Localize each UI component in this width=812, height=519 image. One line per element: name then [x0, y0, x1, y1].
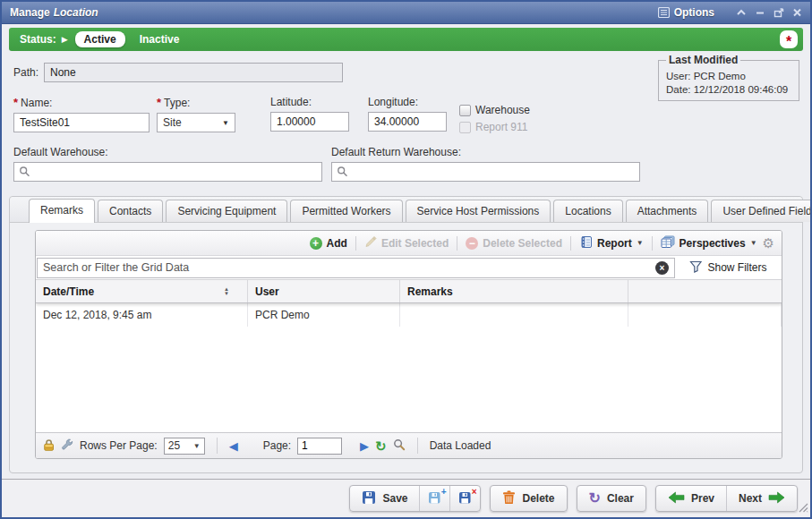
save-and-new-button[interactable]: + [419, 486, 449, 511]
search-icon [19, 166, 30, 180]
required-icon: * [13, 96, 18, 109]
type-select-value: Site [163, 116, 222, 129]
tab-user-defined-fields[interactable]: User Defined Fields [711, 200, 812, 222]
column-header-user[interactable]: User [248, 280, 400, 302]
remove-icon: − [466, 237, 478, 250]
page-input[interactable] [297, 438, 342, 455]
options-list-icon [658, 7, 670, 18]
clear-search-button[interactable]: × [655, 261, 669, 275]
search-columns-icon[interactable] [393, 438, 406, 454]
wrench-icon[interactable] [61, 438, 73, 454]
grid-toolbar: + Add Edit Selected − Delete Selected [36, 231, 782, 256]
tab-strip: Remarks Contacts Servicing Equipment Per… [10, 197, 802, 223]
save-floppy-icon [362, 490, 376, 507]
path-field[interactable] [44, 63, 343, 82]
chevron-down-icon: ▼ [193, 442, 201, 450]
default-return-warehouse-field[interactable] [331, 162, 640, 182]
show-filters-label: Show Filters [707, 261, 766, 274]
clear-button-group: ↻ Clear [577, 485, 646, 512]
filter-funnel-icon [689, 260, 703, 276]
rows-per-page-select[interactable]: 25 ▼ [164, 438, 205, 455]
cell-datetime: Dec 12, 2018, 9:45 am [36, 303, 248, 327]
default-warehouse-field[interactable] [13, 162, 322, 182]
page-label: Page: [263, 439, 291, 452]
latitude-field[interactable] [270, 112, 349, 132]
clear-button[interactable]: ↻ Clear [577, 486, 645, 511]
column-header-remarks[interactable]: Remarks [400, 280, 628, 302]
prev-page-button[interactable]: ◀ [229, 439, 238, 453]
tab-remarks[interactable]: Remarks [29, 199, 95, 223]
tab-service-host-permissions[interactable]: Service Host Permissions [406, 200, 551, 222]
last-modified-panel: Last Modified User: PCR Demo Date: 12/12… [658, 54, 799, 101]
longitude-label: Longitude: [368, 96, 447, 108]
edit-selected-button: Edit Selected [364, 235, 449, 251]
close-icon: × [660, 263, 665, 273]
status-inactive-button[interactable]: Inactive [140, 33, 180, 46]
collapse-icon[interactable] [736, 8, 747, 17]
resize-handle[interactable] [799, 503, 808, 515]
popout-icon[interactable] [774, 8, 784, 18]
lock-icon[interactable] [43, 438, 55, 454]
last-modified-user: User: PCR Demo [666, 71, 791, 81]
save-and-close-button[interactable]: × [449, 486, 480, 511]
chevron-down-icon: ▼ [750, 239, 757, 247]
plus-badge-icon: + [441, 489, 447, 496]
save-button[interactable]: Save [350, 486, 419, 511]
grid-header-row: Date/Time ▲▼ User Remarks [36, 280, 782, 303]
report-book-icon [579, 235, 593, 251]
close-icon[interactable] [792, 8, 802, 17]
tab-locations[interactable]: Locations [553, 200, 622, 222]
table-row[interactable]: Dec 12, 2018, 9:45 am PCR Demo [36, 303, 782, 327]
perspectives-button[interactable]: Perspectives ▼ [661, 235, 757, 251]
next-button[interactable]: Next [726, 486, 797, 511]
tab-servicing-equipment[interactable]: Servicing Equipment [166, 200, 287, 222]
options-button[interactable]: Options [658, 6, 714, 19]
longitude-field[interactable] [368, 112, 447, 132]
asterisk-icon: * [786, 38, 791, 47]
report-911-label: Report 911 [475, 121, 527, 133]
status-active-button[interactable]: Active [75, 31, 125, 47]
name-field[interactable] [13, 113, 150, 132]
required-icon: * [157, 96, 161, 109]
refresh-icon[interactable]: ↻ [375, 439, 387, 453]
tab-contacts[interactable]: Contacts [98, 200, 163, 222]
toolbar-separator [355, 236, 356, 251]
warehouse-checkbox[interactable] [459, 105, 471, 116]
report-911-checkbox-row: Report 911 [459, 121, 530, 133]
search-icon [337, 166, 348, 180]
pager-separator [217, 438, 218, 454]
options-label: Options [674, 6, 714, 19]
x-badge-icon: × [472, 489, 477, 496]
grid-search-input[interactable] [37, 258, 675, 278]
last-modified-legend: Last Modified [666, 54, 740, 66]
status-arrow-icon: ▶ [62, 35, 68, 44]
save-new-floppy-icon [428, 490, 441, 506]
latitude-label: Latitude: [270, 96, 349, 108]
delete-selected-button: − Delete Selected [466, 237, 562, 250]
path-label: Path: [13, 66, 44, 79]
show-filters-button[interactable]: Show Filters [675, 260, 782, 276]
sort-icon[interactable]: ▲▼ [224, 287, 229, 296]
tab-attachments[interactable]: Attachments [626, 200, 709, 222]
chevron-down-icon: ▼ [637, 239, 644, 247]
prev-button[interactable]: Prev [656, 486, 726, 511]
type-select[interactable]: Site ▼ [157, 113, 235, 132]
gear-icon[interactable]: ⚙ [763, 236, 774, 250]
toolbar-separator [652, 236, 653, 251]
add-label: Add [327, 237, 347, 250]
next-page-button[interactable]: ▶ [360, 439, 369, 453]
delete-button[interactable]: Delete [491, 486, 566, 511]
chevron-down-icon: ▼ [222, 119, 229, 127]
report-button[interactable]: Report ▼ [579, 235, 644, 251]
report-911-checkbox [459, 122, 471, 133]
required-indicator-badge: * [780, 30, 798, 48]
delete-label: Delete [522, 492, 554, 505]
location-form: Path: Last Modified User: PCR Demo Date:… [2, 51, 810, 185]
minimize-icon[interactable] [755, 8, 765, 17]
tab-permitted-workers[interactable]: Permitted Workers [290, 200, 402, 222]
add-button[interactable]: + Add [310, 237, 347, 250]
column-header-datetime[interactable]: Date/Time ▲▼ [36, 280, 248, 302]
pager-status: Data Loaded [430, 439, 491, 452]
last-modified-date: Date: 12/12/2018 09:46:09 [666, 84, 791, 95]
arrow-left-icon [668, 491, 685, 506]
